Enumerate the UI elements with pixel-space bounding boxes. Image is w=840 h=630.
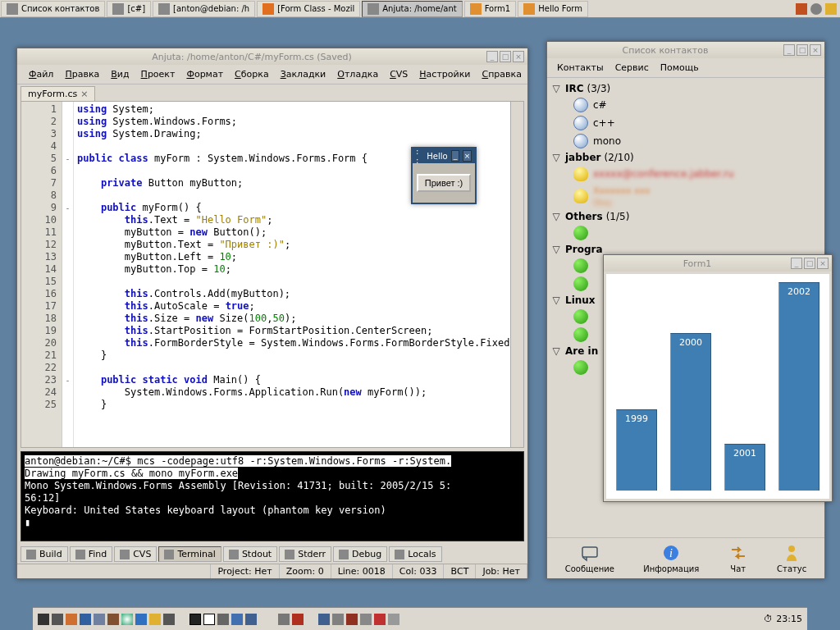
contact-item[interactable]: Xxxxxxx xxxOkay [550, 183, 821, 209]
tool-message[interactable]: Сообщение [565, 543, 614, 573]
panel-tray-icon[interactable] [245, 614, 257, 625]
panel-tray-icon[interactable] [318, 614, 330, 625]
menu-вид[interactable]: Вид [106, 67, 134, 81]
minimize-button[interactable]: _ [451, 150, 460, 162]
panel-home-icon[interactable] [66, 614, 77, 625]
status-icon [782, 543, 801, 563]
status-project: Project: Нет [211, 564, 279, 578]
tool-status[interactable]: Статус [777, 543, 806, 573]
menu-справка[interactable]: Справка [477, 67, 526, 81]
menu-cvs[interactable]: CVS [385, 67, 413, 81]
tray-icon-1[interactable] [796, 3, 807, 15]
menu-help[interactable]: Помощь [655, 61, 704, 75]
svg-rect-0 [582, 547, 597, 557]
tool-info[interactable]: iИнформация [643, 543, 699, 573]
panel-workspace-icon[interactable] [203, 614, 215, 625]
scrollbar[interactable] [510, 102, 523, 447]
close-button[interactable]: × [817, 258, 829, 269]
contact-item[interactable]: c++ [550, 114, 821, 132]
chart-bar: 2001 [724, 444, 765, 491]
contact-item[interactable]: xxxxx@conference.jabber.ru [550, 165, 821, 183]
menu-contacts[interactable]: Контакты [552, 61, 609, 75]
task-contacts[interactable]: Список контактов [1, 1, 105, 17]
clock[interactable]: ⏱ 23:15 [764, 614, 802, 624]
panel-tray-icon[interactable] [374, 614, 386, 625]
panel-mail-icon[interactable] [94, 614, 105, 625]
panel-media-icon[interactable] [107, 614, 119, 625]
menu-настройки[interactable]: Настройки [414, 67, 475, 81]
panel-app-icon[interactable] [135, 614, 147, 625]
task-hello[interactable]: Hello Form [518, 1, 588, 17]
bottom-tab-find[interactable]: Find [70, 546, 113, 562]
minimize-button[interactable]: _ [791, 258, 802, 269]
panel-tray-icon[interactable] [388, 614, 399, 625]
titlebar[interactable]: Form1 _□× [604, 255, 832, 272]
close-button[interactable]: × [810, 44, 821, 56]
panel-tray-icon[interactable] [231, 614, 243, 625]
panel-show-desktop-icon[interactable] [38, 614, 49, 625]
titlebar[interactable]: Список контактов _□× [547, 42, 824, 58]
task-form1[interactable]: Form1 [464, 1, 517, 17]
tray-icon-2[interactable] [810, 3, 822, 15]
task-mozilla[interactable]: [Form Class - Mozil [257, 1, 360, 17]
menu-формат[interactable]: Формат [181, 67, 228, 81]
irc-icon [573, 116, 588, 130]
panel-tray-icon[interactable] [332, 614, 344, 625]
bottom-tab-stderr[interactable]: Stderr [279, 546, 331, 562]
close-button[interactable]: × [463, 150, 472, 162]
panel-tray-icon[interactable] [346, 614, 358, 625]
task-csharp[interactable]: [c#] [107, 1, 151, 17]
menu-закладки[interactable]: Закладки [276, 67, 331, 81]
contacts-toolbar: Сообщение iИнформация Чат Статус [547, 537, 824, 578]
bottom-tab-stdout[interactable]: Stdout [223, 546, 277, 562]
bottom-tab-build[interactable]: Build [21, 546, 68, 562]
bottom-tab-terminal[interactable]: Terminal [158, 546, 221, 562]
task-term[interactable]: [anton@debian: /h [153, 1, 255, 17]
contact-group[interactable]: ▽IRC (3/3) [550, 81, 821, 96]
maximize-button[interactable]: □ [797, 44, 808, 56]
menu-проект[interactable]: Проект [136, 67, 180, 81]
bottom-tab-debug[interactable]: Debug [333, 546, 387, 562]
panel-globe-icon[interactable] [121, 614, 133, 625]
bottom-tab-cvs[interactable]: CVS [114, 546, 157, 562]
close-button[interactable]: × [513, 51, 524, 62]
contacts-menubar: Контакты Сервис Помощь [547, 58, 824, 78]
contact-group[interactable]: ▽Others (1/5) [550, 209, 821, 224]
panel-user-icon[interactable] [149, 614, 161, 625]
menu-правка[interactable]: Правка [60, 67, 104, 81]
panel-tray-icon[interactable] [360, 614, 372, 625]
panel-tray-icon[interactable] [292, 614, 304, 625]
line-gutter: 1234567891011121314151617181920212223242… [21, 102, 62, 447]
menu-сборка[interactable]: Сборка [230, 67, 274, 81]
panel-browser-icon[interactable] [80, 614, 91, 625]
titlebar[interactable]: : :Hello _ × [413, 148, 475, 163]
tray-icon-3[interactable] [825, 3, 837, 15]
contact-item[interactable]: mono [550, 132, 821, 150]
fold-column[interactable]: - - - [62, 102, 74, 447]
menu-отладка[interactable]: Отладка [332, 67, 383, 81]
terminal-pane[interactable]: anton@debian:~/C#$ mcs -codepage:utf8 -r… [21, 451, 524, 541]
contact-item[interactable] [550, 224, 821, 242]
panel-tray-icon[interactable] [217, 614, 229, 625]
menu-файл[interactable]: Файл [24, 67, 58, 81]
task-anjuta[interactable]: Anjuta: /home/ant [362, 1, 462, 17]
contact-group[interactable]: ▽jabber (2/10) [550, 150, 821, 165]
hello-button[interactable]: Привет :) [417, 174, 471, 192]
titlebar[interactable]: Anjuta: /home/anton/C#/myForm.cs (Saved)… [17, 48, 527, 65]
tab-close-icon[interactable]: × [80, 89, 88, 99]
maximize-button[interactable]: □ [500, 51, 511, 62]
menu-service[interactable]: Сервис [610, 61, 654, 75]
tool-chat[interactable]: Чат [728, 543, 748, 573]
panel-editor-icon[interactable] [163, 614, 175, 625]
panel-workspace-icon[interactable] [189, 614, 201, 625]
contact-item[interactable]: c# [550, 96, 821, 114]
maximize-button[interactable]: □ [804, 258, 815, 269]
panel-terminal-icon[interactable] [52, 614, 63, 625]
form1-window: Form1 _□× 1999200020012002 [603, 254, 833, 502]
editor-tab[interactable]: myForm.cs× [21, 86, 95, 101]
app-icon [112, 3, 124, 15]
minimize-button[interactable]: _ [783, 44, 795, 56]
panel-tray-icon[interactable] [278, 614, 290, 625]
bottom-tab-locals[interactable]: Locals [389, 546, 441, 562]
minimize-button[interactable]: _ [486, 51, 498, 62]
